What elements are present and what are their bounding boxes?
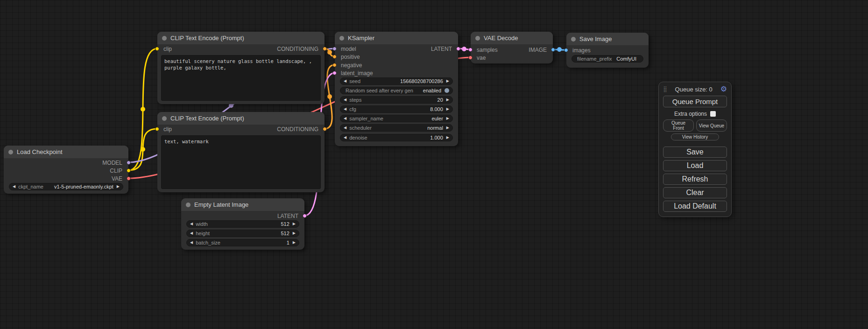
output-slot-vae[interactable]: VAE [112,175,128,182]
node-title-bar[interactable]: Empty Latent Image [181,198,304,211]
decrement-arrow-icon[interactable]: ◀ [190,231,193,235]
increment-arrow-icon[interactable]: ▶ [446,117,449,120]
collapse-dot-icon[interactable] [475,36,480,41]
node-title-bar[interactable]: KSampler [335,32,458,44]
input-slot-negative[interactable]: negative [335,61,362,69]
clip-slot-dot[interactable] [155,127,159,131]
extra-options-checkbox[interactable] [710,111,716,117]
vae-slot-dot[interactable] [468,56,473,60]
input-slot-latent-image[interactable]: latent_image [335,69,373,77]
scheduler-widget[interactable]: ◀ scheduler normal ▶ [340,124,453,132]
output-slot-clip[interactable]: CLIP [110,167,128,175]
decrement-arrow-icon[interactable]: ◀ [190,222,193,226]
decrement-arrow-icon[interactable]: ◀ [344,79,346,83]
output-slot-latent[interactable]: LATENT [431,45,458,53]
node-vae-decode[interactable]: VAE Decode samples vae IMAGE [471,32,553,63]
node-title-bar[interactable]: Save Image [566,33,649,45]
view-history-button[interactable]: View History [671,133,719,140]
node-title-bar[interactable]: Load Checkpoint [4,146,128,158]
node-title-bar[interactable]: CLIP Text Encode (Prompt) [157,112,325,125]
clip-slot-dot[interactable] [127,168,131,173]
input-slot-positive[interactable]: positive [335,53,360,61]
model-slot-dot[interactable] [127,161,131,165]
drag-handle-icon[interactable]: ⣿ [663,86,667,92]
increment-arrow-icon[interactable]: ▶ [293,241,296,245]
collapse-dot-icon[interactable] [339,36,344,41]
increment-arrow-icon[interactable]: ▶ [446,79,449,83]
conditioning-slot-dot[interactable] [332,55,337,59]
toggle-dot-icon[interactable] [445,88,449,93]
increment-arrow-icon[interactable]: ▶ [446,98,449,102]
collapse-dot-icon[interactable] [162,36,167,41]
sampler-name-widget[interactable]: ◀ sampler_name euler ▶ [340,115,453,122]
filename-prefix-widget[interactable]: filename_prefix ComfyUI [572,55,643,63]
clip-slot-dot[interactable] [155,47,159,51]
output-slot-image[interactable]: IMAGE [529,46,553,54]
negative-prompt-textarea[interactable]: text, watermark [161,135,321,189]
collapse-dot-icon[interactable] [571,37,576,42]
decrement-arrow-icon[interactable]: ◀ [344,107,346,111]
node-empty-latent-image[interactable]: Empty Latent Image LATENT ◀ width 512 ▶ … [181,198,304,250]
graph-canvas[interactable]: Load Checkpoint MODEL CLIP VAE ◀ ckpt_na… [0,0,868,329]
output-slot-conditioning[interactable]: CONDITIONING [277,45,325,53]
width-widget[interactable]: ◀ width 512 ▶ [186,220,299,228]
increment-arrow-icon[interactable]: ▶ [293,231,296,235]
view-queue-button[interactable]: View Queue [696,119,727,132]
collapse-dot-icon[interactable] [8,150,13,154]
decrement-arrow-icon[interactable]: ◀ [13,185,15,189]
conditioning-slot-dot[interactable] [323,47,327,51]
load-default-button[interactable]: Load Default [663,201,727,212]
ckpt-name-widget[interactable]: ◀ ckpt_name v1-5-pruned-emaonly.ckpt ▶ [9,183,123,190]
save-button[interactable]: Save [663,147,727,158]
model-slot-dot[interactable] [332,47,337,51]
node-save-image[interactable]: Save Image images filename_prefix ComfyU… [566,33,649,68]
queue-front-button[interactable]: Queue Front [663,119,694,132]
input-slot-model[interactable]: model [335,45,356,53]
denoise-widget[interactable]: ◀ denoise 1.000 ▶ [340,134,453,141]
decrement-arrow-icon[interactable]: ◀ [190,241,193,245]
input-slot-clip[interactable]: clip [157,45,172,53]
node-title-bar[interactable]: CLIP Text Encode (Prompt) [157,32,325,44]
random-seed-toggle[interactable]: Random seed after every gen enabled [340,87,453,94]
latent-slot-dot[interactable] [303,214,307,218]
decrement-arrow-icon[interactable]: ◀ [344,136,346,140]
image-slot-dot[interactable] [564,48,568,52]
queue-prompt-button[interactable]: Queue Prompt [663,96,727,107]
increment-arrow-icon[interactable]: ▶ [446,126,449,130]
increment-arrow-icon[interactable]: ▶ [293,222,296,226]
output-slot-model[interactable]: MODEL [102,159,128,167]
node-load-checkpoint[interactable]: Load Checkpoint MODEL CLIP VAE ◀ ckpt_na… [4,146,128,194]
increment-arrow-icon[interactable]: ▶ [446,136,449,140]
node-clip-text-encode-negative[interactable]: CLIP Text Encode (Prompt) clip CONDITION… [157,112,325,192]
latent-slot-dot[interactable] [456,47,460,51]
increment-arrow-icon[interactable]: ▶ [117,185,120,189]
image-slot-dot[interactable] [551,48,555,52]
input-slot-images[interactable]: images [566,46,591,54]
latent-slot-dot[interactable] [332,71,337,75]
load-button[interactable]: Load [663,160,727,171]
clear-button[interactable]: Clear [663,187,727,198]
refresh-button[interactable]: Refresh [663,174,727,185]
input-slot-clip[interactable]: clip [157,125,172,133]
batch-size-widget[interactable]: ◀ batch_size 1 ▶ [186,239,299,246]
collapse-dot-icon[interactable] [186,203,191,207]
decrement-arrow-icon[interactable]: ◀ [344,117,346,120]
increment-arrow-icon[interactable]: ▶ [446,107,449,111]
vae-slot-dot[interactable] [127,176,131,181]
settings-gear-icon[interactable]: ⚙ [720,85,727,93]
decrement-arrow-icon[interactable]: ◀ [344,98,346,102]
conditioning-slot-dot[interactable] [323,127,327,131]
output-slot-conditioning[interactable]: CONDITIONING [277,125,325,133]
input-slot-vae[interactable]: vae [471,54,486,62]
node-clip-text-encode-positive[interactable]: CLIP Text Encode (Prompt) clip CONDITION… [157,32,325,104]
steps-widget[interactable]: ◀ steps 20 ▶ [340,96,453,104]
node-title-bar[interactable]: VAE Decode [471,32,553,44]
seed-widget[interactable]: ◀ seed 156680208700286 ▶ [340,77,453,85]
cfg-widget[interactable]: ◀ cfg 8.000 ▶ [340,105,453,113]
conditioning-slot-dot[interactable] [332,63,337,67]
positive-prompt-textarea[interactable]: beautiful scenery nature glass bottle la… [161,55,321,101]
input-slot-samples[interactable]: samples [471,46,498,54]
decrement-arrow-icon[interactable]: ◀ [344,126,346,130]
latent-slot-dot[interactable] [468,48,473,52]
output-slot-latent[interactable]: LATENT [277,212,304,220]
